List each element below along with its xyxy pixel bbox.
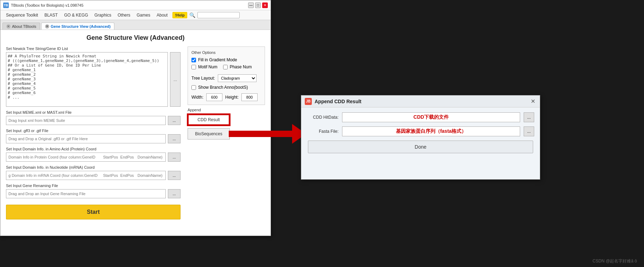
tab-label-gsv: Gene Structure View (Advanced) <box>51 24 111 29</box>
menu-bar: Sequence Toolkit BLAST GO & KEGG Graphic… <box>0 10 271 20</box>
window-title: TBtools (Toolbox for Biologists) v1.0987… <box>11 3 83 7</box>
meme-browse-button[interactable]: ... <box>168 116 181 125</box>
cdd-hitdata-label: CDD HitData: <box>307 115 339 120</box>
other-options-panel: Other Options Fill in Gradient Mode Moti… <box>188 46 265 105</box>
cdd-fasta-placeholder: 基因家族蛋白序列（fasta格式） <box>396 128 467 135</box>
domain-aa-section-label: Set Input Domain Info. in Amino Acid (Pr… <box>6 147 181 151</box>
red-arrow <box>229 124 306 144</box>
cdd-fasta-row: Fasta File: 基因家族蛋白序列（fasta格式） ... <box>307 126 534 136</box>
height-label: Height: <box>225 95 239 100</box>
domain-na-input[interactable] <box>6 171 166 180</box>
domain-aa-browse-button[interactable]: ... <box>168 153 181 162</box>
width-label: Width: <box>191 95 203 100</box>
domain-na-input-row: ... <box>6 171 181 180</box>
fill-gradient-checkbox[interactable] <box>191 58 196 62</box>
cdd-content: CDD HitData: CDD下载的文件 ... Fasta File: 基因… <box>301 107 540 158</box>
close-button[interactable]: ✕ <box>262 2 268 8</box>
tab-close-about[interactable]: ✕ <box>6 24 11 29</box>
title-bar-left: TB TBtools (Toolbox for Biologists) v1.0… <box>3 2 83 8</box>
gff-browse-button[interactable]: ... <box>168 134 181 143</box>
left-column: Set Newick Tree String/Gene ID List ... … <box>6 46 181 219</box>
height-input[interactable] <box>241 93 258 101</box>
domain-aa-input[interactable] <box>6 153 166 162</box>
phase-num-label: Phase Num <box>230 64 252 69</box>
gff-input[interactable] <box>6 134 166 143</box>
motif-num-checkbox[interactable] <box>191 65 196 69</box>
show-branch-row: Show Branch Anno(bootS) <box>191 85 261 90</box>
start-button[interactable]: Start <box>6 205 181 219</box>
menu-graphics[interactable]: Graphics <box>91 12 114 18</box>
cdd-dialog-title: Append CDD Result <box>315 99 361 104</box>
tree-layout-row: Tree Layout: Cladogram Rectangular <box>191 74 261 82</box>
search-icon: 🔍 <box>189 12 195 18</box>
tree-layout-select[interactable]: Cladogram Rectangular <box>218 74 257 82</box>
tab-about-tbtools[interactable]: ✕ About TBtools <box>2 23 40 30</box>
app-icon: TB <box>3 2 9 8</box>
menu-games[interactable]: Games <box>134 12 153 18</box>
fill-gradient-label: Fill in Gradient Mode <box>198 57 237 62</box>
rename-section-label: Set Input Gene Renaming File <box>6 184 181 188</box>
menu-others[interactable]: Others <box>115 12 133 18</box>
page-title: Gene Structure View (Advanced) <box>6 34 265 42</box>
cdd-app-icon: JB <box>305 98 312 105</box>
gff-section-label: Set Input .gff3 or .gtf File <box>6 129 181 133</box>
domain-na-browse-button[interactable]: ... <box>168 171 181 180</box>
tab-gene-structure-view[interactable]: ✕ Gene Structure View (Advanced) <box>41 23 114 30</box>
fill-gradient-row: Fill in Gradient Mode <box>191 57 261 62</box>
motif-phase-row: Motif Num Phase Num <box>191 64 261 72</box>
domain-na-section-label: Set Input Domain Info. in Nucleotide (mR… <box>6 165 181 169</box>
tab-bar: ✕ About TBtools ✕ Gene Structure View (A… <box>0 20 271 30</box>
menu-blast[interactable]: BLAST <box>42 12 61 18</box>
other-options-title: Other Options <box>191 50 261 55</box>
meme-input-row: ... <box>6 116 181 125</box>
menu-sequence-toolkit[interactable]: Sequence Toolkit <box>3 12 41 18</box>
arrow-shaft <box>229 131 292 137</box>
newick-textarea-row: ... <box>6 52 181 107</box>
cdd-title-left: JB Append CDD Result <box>305 98 361 105</box>
menu-about[interactable]: About <box>154 12 170 18</box>
cdd-dialog: JB Append CDD Result ✕ CDD HitData: CDD下… <box>301 95 540 180</box>
width-input[interactable] <box>206 93 222 101</box>
window-controls: — □ ✕ <box>248 2 268 8</box>
cdd-hitdata-row: CDD HitData: CDD下载的文件 ... <box>307 112 534 122</box>
rename-browse-button[interactable]: ... <box>168 189 181 198</box>
tree-layout-label: Tree Layout: <box>191 76 215 81</box>
motif-num-label: Motif Num <box>198 64 217 69</box>
cdd-done-button[interactable]: Done <box>308 141 533 153</box>
cdd-hitdata-input[interactable]: CDD下载的文件 <box>342 112 520 122</box>
newick-scrollbar: ... <box>170 52 181 107</box>
phase-num-checkbox[interactable] <box>223 65 228 69</box>
show-branch-label: Show Branch Anno(bootS) <box>198 85 248 90</box>
cdd-title-bar: JB Append CDD Result ✕ <box>301 95 540 107</box>
rename-input-row: ... <box>6 189 181 198</box>
cdd-fasta-browse-button[interactable]: ... <box>524 126 534 136</box>
meme-section-label: Set Input MEME.xml or MAST.xml File <box>6 110 181 114</box>
append-label: Append <box>188 108 265 112</box>
tab-close-gsv[interactable]: ✕ <box>45 24 49 29</box>
main-window: TB TBtools (Toolbox for Biologists) v1.0… <box>0 0 271 236</box>
cdd-fasta-input[interactable]: 基因家族蛋白序列（fasta格式） <box>342 126 520 136</box>
tab-label-about: About TBtools <box>12 24 36 29</box>
help-button[interactable]: !Help <box>172 12 187 18</box>
rename-input[interactable] <box>6 189 166 198</box>
title-bar: TB TBtools (Toolbox for Biologists) v1.0… <box>0 0 271 10</box>
gff-input-row: ... <box>6 134 181 143</box>
cdd-fasta-label: Fasta File: <box>307 129 339 134</box>
cdd-done-row: Done <box>307 141 534 153</box>
domain-aa-input-row: ... <box>6 153 181 162</box>
newick-textarea[interactable] <box>6 52 168 107</box>
watermark: CSDN @起名字好难ā ō <box>593 258 637 264</box>
meme-input[interactable] <box>6 116 166 125</box>
cdd-hitdata-browse-button[interactable]: ... <box>524 112 534 122</box>
search-input[interactable] <box>197 12 240 18</box>
newick-section-label: Set Newick Tree String/Gene ID List <box>6 46 181 51</box>
cdd-close-button[interactable]: ✕ <box>529 98 536 105</box>
show-branch-checkbox[interactable] <box>191 85 196 90</box>
width-height-row: Width: Height: <box>191 93 261 101</box>
minimize-button[interactable]: — <box>248 2 254 8</box>
maximize-button[interactable]: □ <box>255 2 261 8</box>
cdd-hitdata-placeholder: CDD下载的文件 <box>413 114 449 120</box>
menu-go-kegg[interactable]: GO & KEGG <box>61 12 91 18</box>
